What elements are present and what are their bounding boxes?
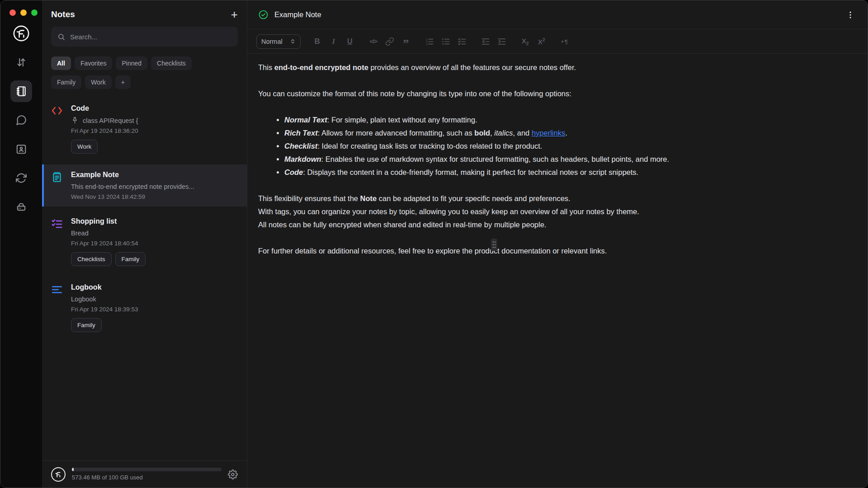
format-select[interactable]: Normal	[256, 34, 301, 49]
bullet-list-button[interactable]	[439, 35, 453, 48]
note-content-editor[interactable]: This end-to-end encrypted note provides …	[247, 54, 868, 488]
note-list-item[interactable]: Shopping list Bread Fri Apr 19 2024 18:4…	[42, 211, 247, 272]
note-tag-chip-work[interactable]: Work	[71, 140, 98, 154]
note-date: Fri Apr 19 2024 18:39:53	[71, 306, 238, 313]
pin-icon	[71, 117, 79, 124]
notes-icon	[15, 85, 27, 97]
bullet-item: Rich Text: Allows for more advanced form…	[284, 127, 857, 140]
code-button[interactable]: </>	[367, 35, 380, 48]
avatar[interactable]	[51, 467, 66, 482]
paragraph: You can customize the format of this not…	[258, 87, 857, 100]
filter-chip-favorites[interactable]: Favorites	[75, 56, 113, 70]
filter-chip-all[interactable]: All	[51, 56, 71, 70]
note-type-icon	[51, 171, 63, 200]
note-title-header: Example Note	[274, 10, 321, 19]
svg-text:¶: ¶	[564, 38, 567, 45]
quote-button[interactable]: ”	[399, 35, 413, 48]
note-list-item[interactable]: Logbook Logbook Fri Apr 19 2024 18:39:53…	[42, 277, 247, 338]
bold-button[interactable]: B	[311, 35, 324, 48]
link-icon	[385, 37, 394, 46]
note-date: Fri Apr 19 2024 18:36:20	[71, 127, 238, 134]
bullet-list-icon	[441, 37, 450, 46]
account-bar: 573.46 MB of 100 GB used	[42, 460, 247, 488]
bullet-list: Normal Text: For simple, plain text with…	[258, 113, 857, 179]
format-select-value: Normal	[261, 38, 283, 45]
paragraph: For further details or additional resour…	[258, 244, 857, 258]
editor-header: Example Note	[247, 0, 868, 29]
checklist-button[interactable]	[455, 35, 469, 48]
note-preview: class APIRequest {	[83, 117, 138, 124]
note-date: Fri Apr 19 2024 18:40:54	[71, 240, 238, 247]
svg-text:3: 3	[426, 42, 428, 45]
underline-button[interactable]: U	[343, 35, 357, 48]
note-list-item[interactable]: Code class APIRequest { Fri Apr 19 2024 …	[42, 98, 247, 160]
superscript-icon: X2	[538, 38, 545, 46]
synced-check-icon	[258, 9, 269, 20]
hyperlink[interactable]: hyperlinks	[532, 129, 565, 137]
underline-icon: U	[347, 38, 353, 46]
note-type-icon	[51, 104, 63, 154]
note-preview: Logbook	[71, 296, 96, 303]
note-preview: This end-to-end encrypted note provides.…	[71, 183, 194, 190]
note-list-item[interactable]: Example Note This end-to-end encrypted n…	[42, 164, 247, 206]
bullet-item: Markdown: Enables the use of markdown sy…	[284, 153, 857, 166]
sidebar-item-contacts[interactable]	[10, 138, 32, 160]
panel-resize-handle[interactable]	[491, 239, 497, 251]
paragraph: All notes can be fully encrypted when sh…	[258, 218, 857, 231]
italic-button[interactable]: I	[327, 35, 340, 48]
search-icon	[57, 33, 65, 41]
bullet-item: Normal Text: For simple, plain text with…	[284, 113, 857, 127]
paragraph: This flexibility ensures that the Note c…	[258, 192, 857, 205]
note-tag-chip-family[interactable]: Family	[115, 252, 146, 266]
search-placeholder: Search...	[70, 33, 97, 41]
note-title: Logbook	[71, 283, 238, 291]
superscript-button[interactable]: X2	[535, 35, 548, 48]
filter-chip-row: AllFavoritesPinnedChecklists	[42, 56, 247, 70]
formatting-toolbar: Normal B I U </> ”	[247, 29, 868, 54]
blank-line	[258, 100, 857, 113]
tag-chip-work[interactable]: Work	[85, 75, 111, 89]
sidebar-item-drive[interactable]	[10, 196, 32, 218]
outdent-button[interactable]	[479, 35, 492, 48]
note-title: Code	[71, 104, 238, 113]
note-tag-chip-checklists[interactable]: Checklists	[71, 252, 112, 266]
search-input[interactable]: Search...	[51, 27, 238, 47]
minimize-button[interactable]	[20, 9, 27, 16]
page-title: Notes	[51, 9, 75, 19]
sidebar-item-sync[interactable]	[10, 167, 32, 189]
sidebar-item-chats[interactable]	[10, 109, 32, 131]
filter-chip-pinned[interactable]: Pinned	[116, 56, 147, 70]
note-type-icon	[51, 283, 63, 332]
add-tag-button[interactable]: +	[115, 75, 131, 89]
ordered-list-button[interactable]: 1 2 3	[423, 35, 436, 48]
chevron-up-down-icon	[290, 38, 296, 44]
sidebar-item-notes[interactable]	[10, 80, 32, 102]
note-menu-button[interactable]	[846, 10, 855, 19]
indent-button[interactable]	[495, 35, 509, 48]
note-title: Shopping list	[71, 217, 238, 225]
sidebar-item-transfers[interactable]	[10, 52, 32, 73]
new-note-button[interactable]: +	[231, 9, 238, 20]
indent-icon	[497, 37, 506, 46]
note-preview: Bread	[71, 230, 89, 237]
tag-chip-family[interactable]: Family	[51, 75, 81, 89]
italic-icon: I	[332, 37, 335, 46]
zoom-button[interactable]	[31, 9, 38, 16]
note-tag-chip-family[interactable]: Family	[71, 318, 102, 332]
close-button[interactable]	[9, 9, 16, 16]
quote-icon: ”	[403, 42, 409, 46]
chat-icon	[15, 114, 27, 126]
filter-chip-checklists[interactable]: Checklists	[151, 56, 192, 70]
note-type-icon	[51, 217, 63, 266]
settings-button[interactable]	[228, 469, 238, 479]
contacts-icon	[15, 143, 27, 155]
bullet-item: Code: Displays the content in a code-fri…	[284, 166, 857, 179]
sync-icon	[15, 172, 27, 184]
text-direction-button[interactable]: ¶	[558, 35, 572, 48]
storage-progress-bar	[72, 468, 222, 471]
app-window: Notes + Search... AllFavoritesPinnedChec…	[0, 0, 868, 488]
link-button[interactable]	[383, 35, 396, 48]
note-title: Example Note	[71, 171, 238, 179]
subscript-button[interactable]: X2	[519, 35, 532, 48]
bullet-item: Checklist: Ideal for creating task lists…	[284, 140, 857, 153]
